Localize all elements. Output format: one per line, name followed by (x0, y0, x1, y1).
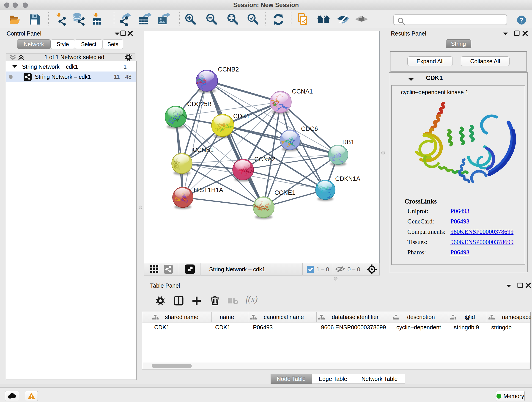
svg-text:RB1: RB1 (342, 139, 355, 146)
svg-text:CDC6: CDC6 (301, 125, 318, 132)
svg-text:CDK1: CDK1 (233, 113, 250, 120)
svg-text:HIST1H1A: HIST1H1A (194, 186, 223, 193)
svg-text:CCNB1: CCNB1 (193, 147, 214, 153)
svg-text:CDC25B: CDC25B (187, 101, 212, 108)
svg-text:CDKN1A: CDKN1A (335, 175, 360, 182)
svg-text:CCNA2: CCNA2 (254, 156, 275, 163)
svg-text:CCNE1: CCNE1 (274, 189, 296, 196)
svg-text:CCNB2: CCNB2 (218, 66, 239, 73)
svg-text:CCNA1: CCNA1 (292, 88, 313, 95)
